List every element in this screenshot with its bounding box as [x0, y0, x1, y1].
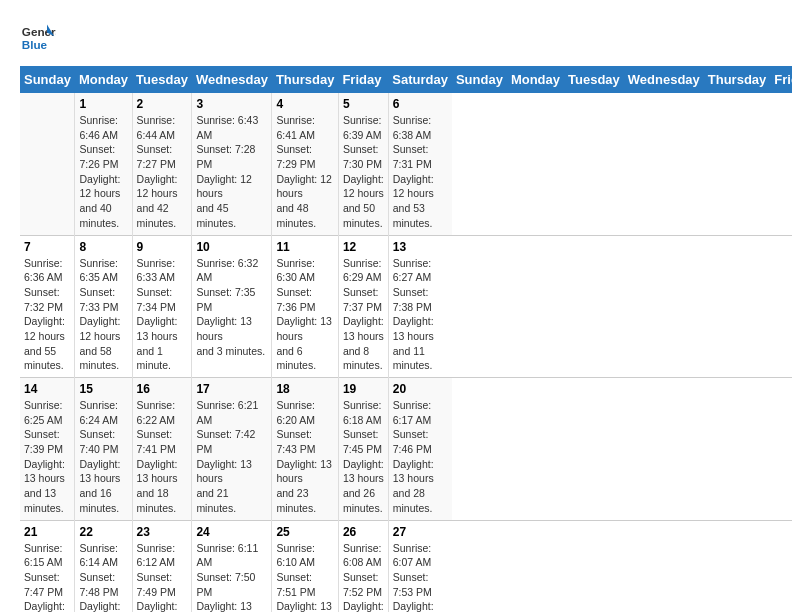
day-number: 24	[196, 525, 267, 539]
calendar-cell: 6Sunrise: 6:38 AMSunset: 7:31 PMDaylight…	[388, 93, 452, 235]
day-info: Sunrise: 6:24 AMSunset: 7:40 PMDaylight:…	[79, 398, 127, 516]
day-info: Sunrise: 6:44 AMSunset: 7:27 PMDaylight:…	[137, 113, 188, 231]
day-number: 4	[276, 97, 334, 111]
col-header-friday: Friday	[770, 66, 792, 93]
calendar-week-row: 21Sunrise: 6:15 AMSunset: 7:47 PMDayligh…	[20, 520, 792, 612]
calendar-cell	[20, 93, 75, 235]
day-info: Sunrise: 6:07 AMSunset: 7:53 PMDaylight:…	[393, 541, 448, 613]
day-number: 9	[137, 240, 188, 254]
calendar-cell: 10Sunrise: 6:32 AMSunset: 7:35 PMDayligh…	[192, 235, 272, 378]
day-info: Sunrise: 6:11 AMSunset: 7:50 PMDaylight:…	[196, 541, 267, 613]
col-header-wednesday: Wednesday	[624, 66, 704, 93]
header-sunday: Sunday	[20, 66, 75, 93]
calendar-cell: 18Sunrise: 6:20 AMSunset: 7:43 PMDayligh…	[272, 378, 339, 521]
calendar-cell: 7Sunrise: 6:36 AMSunset: 7:32 PMDaylight…	[20, 235, 75, 378]
calendar-cell: 3Sunrise: 6:43 AMSunset: 7:28 PMDaylight…	[192, 93, 272, 235]
day-info: Sunrise: 6:38 AMSunset: 7:31 PMDaylight:…	[393, 113, 448, 231]
calendar-week-row: 7Sunrise: 6:36 AMSunset: 7:32 PMDaylight…	[20, 235, 792, 378]
day-number: 2	[137, 97, 188, 111]
day-number: 16	[137, 382, 188, 396]
header-wednesday: Wednesday	[192, 66, 272, 93]
calendar-cell: 14Sunrise: 6:25 AMSunset: 7:39 PMDayligh…	[20, 378, 75, 521]
day-info: Sunrise: 6:21 AMSunset: 7:42 PMDaylight:…	[196, 398, 267, 516]
day-number: 1	[79, 97, 127, 111]
calendar-cell: 24Sunrise: 6:11 AMSunset: 7:50 PMDayligh…	[192, 520, 272, 612]
calendar-cell: 8Sunrise: 6:35 AMSunset: 7:33 PMDaylight…	[75, 235, 132, 378]
day-info: Sunrise: 6:15 AMSunset: 7:47 PMDaylight:…	[24, 541, 70, 613]
day-number: 26	[343, 525, 384, 539]
day-number: 5	[343, 97, 384, 111]
day-number: 13	[393, 240, 448, 254]
day-info: Sunrise: 6:14 AMSunset: 7:48 PMDaylight:…	[79, 541, 127, 613]
day-number: 15	[79, 382, 127, 396]
header-saturday: Saturday	[388, 66, 452, 93]
day-info: Sunrise: 6:25 AMSunset: 7:39 PMDaylight:…	[24, 398, 70, 516]
day-info: Sunrise: 6:43 AMSunset: 7:28 PMDaylight:…	[196, 113, 267, 231]
page-header: General Blue	[20, 20, 772, 56]
day-number: 17	[196, 382, 267, 396]
calendar-week-row: 1Sunrise: 6:46 AMSunset: 7:26 PMDaylight…	[20, 93, 792, 235]
calendar-cell: 16Sunrise: 6:22 AMSunset: 7:41 PMDayligh…	[132, 378, 192, 521]
calendar-cell: 22Sunrise: 6:14 AMSunset: 7:48 PMDayligh…	[75, 520, 132, 612]
svg-text:Blue: Blue	[22, 38, 48, 51]
day-number: 18	[276, 382, 334, 396]
day-number: 6	[393, 97, 448, 111]
calendar-cell: 21Sunrise: 6:15 AMSunset: 7:47 PMDayligh…	[20, 520, 75, 612]
day-info: Sunrise: 6:30 AMSunset: 7:36 PMDaylight:…	[276, 256, 334, 374]
calendar-cell: 4Sunrise: 6:41 AMSunset: 7:29 PMDaylight…	[272, 93, 339, 235]
calendar-cell: 20Sunrise: 6:17 AMSunset: 7:46 PMDayligh…	[388, 378, 452, 521]
header-monday: Monday	[75, 66, 132, 93]
day-number: 3	[196, 97, 267, 111]
calendar-cell: 13Sunrise: 6:27 AMSunset: 7:38 PMDayligh…	[388, 235, 452, 378]
calendar-cell: 2Sunrise: 6:44 AMSunset: 7:27 PMDaylight…	[132, 93, 192, 235]
header-thursday: Thursday	[272, 66, 339, 93]
day-number: 23	[137, 525, 188, 539]
day-number: 19	[343, 382, 384, 396]
calendar-week-row: 14Sunrise: 6:25 AMSunset: 7:39 PMDayligh…	[20, 378, 792, 521]
calendar-cell: 27Sunrise: 6:07 AMSunset: 7:53 PMDayligh…	[388, 520, 452, 612]
day-info: Sunrise: 6:27 AMSunset: 7:38 PMDaylight:…	[393, 256, 448, 374]
calendar-cell: 5Sunrise: 6:39 AMSunset: 7:30 PMDaylight…	[338, 93, 388, 235]
day-number: 21	[24, 525, 70, 539]
col-header-tuesday: Tuesday	[564, 66, 624, 93]
header-tuesday: Tuesday	[132, 66, 192, 93]
day-info: Sunrise: 6:10 AMSunset: 7:51 PMDaylight:…	[276, 541, 334, 613]
day-number: 22	[79, 525, 127, 539]
day-number: 10	[196, 240, 267, 254]
day-info: Sunrise: 6:36 AMSunset: 7:32 PMDaylight:…	[24, 256, 70, 374]
col-header-thursday: Thursday	[704, 66, 771, 93]
calendar-cell: 17Sunrise: 6:21 AMSunset: 7:42 PMDayligh…	[192, 378, 272, 521]
day-info: Sunrise: 6:20 AMSunset: 7:43 PMDaylight:…	[276, 398, 334, 516]
calendar-header-row: SundayMondayTuesdayWednesdayThursdayFrid…	[20, 66, 792, 93]
day-info: Sunrise: 6:39 AMSunset: 7:30 PMDaylight:…	[343, 113, 384, 231]
day-number: 12	[343, 240, 384, 254]
calendar-cell: 23Sunrise: 6:12 AMSunset: 7:49 PMDayligh…	[132, 520, 192, 612]
day-info: Sunrise: 6:08 AMSunset: 7:52 PMDaylight:…	[343, 541, 384, 613]
day-info: Sunrise: 6:17 AMSunset: 7:46 PMDaylight:…	[393, 398, 448, 516]
calendar-cell: 26Sunrise: 6:08 AMSunset: 7:52 PMDayligh…	[338, 520, 388, 612]
day-number: 11	[276, 240, 334, 254]
day-info: Sunrise: 6:22 AMSunset: 7:41 PMDaylight:…	[137, 398, 188, 516]
calendar-cell: 25Sunrise: 6:10 AMSunset: 7:51 PMDayligh…	[272, 520, 339, 612]
col-header-sunday: Sunday	[452, 66, 507, 93]
day-info: Sunrise: 6:32 AMSunset: 7:35 PMDaylight:…	[196, 256, 267, 359]
day-number: 7	[24, 240, 70, 254]
day-info: Sunrise: 6:29 AMSunset: 7:37 PMDaylight:…	[343, 256, 384, 374]
day-info: Sunrise: 6:46 AMSunset: 7:26 PMDaylight:…	[79, 113, 127, 231]
day-info: Sunrise: 6:12 AMSunset: 7:49 PMDaylight:…	[137, 541, 188, 613]
day-number: 14	[24, 382, 70, 396]
col-header-monday: Monday	[507, 66, 564, 93]
day-number: 8	[79, 240, 127, 254]
logo: General Blue	[20, 20, 60, 56]
calendar-cell: 9Sunrise: 6:33 AMSunset: 7:34 PMDaylight…	[132, 235, 192, 378]
calendar-cell: 1Sunrise: 6:46 AMSunset: 7:26 PMDaylight…	[75, 93, 132, 235]
calendar-cell: 11Sunrise: 6:30 AMSunset: 7:36 PMDayligh…	[272, 235, 339, 378]
day-info: Sunrise: 6:35 AMSunset: 7:33 PMDaylight:…	[79, 256, 127, 374]
day-info: Sunrise: 6:33 AMSunset: 7:34 PMDaylight:…	[137, 256, 188, 374]
header-friday: Friday	[338, 66, 388, 93]
calendar-cell: 12Sunrise: 6:29 AMSunset: 7:37 PMDayligh…	[338, 235, 388, 378]
day-number: 20	[393, 382, 448, 396]
day-info: Sunrise: 6:41 AMSunset: 7:29 PMDaylight:…	[276, 113, 334, 231]
calendar-cell: 15Sunrise: 6:24 AMSunset: 7:40 PMDayligh…	[75, 378, 132, 521]
day-number: 25	[276, 525, 334, 539]
